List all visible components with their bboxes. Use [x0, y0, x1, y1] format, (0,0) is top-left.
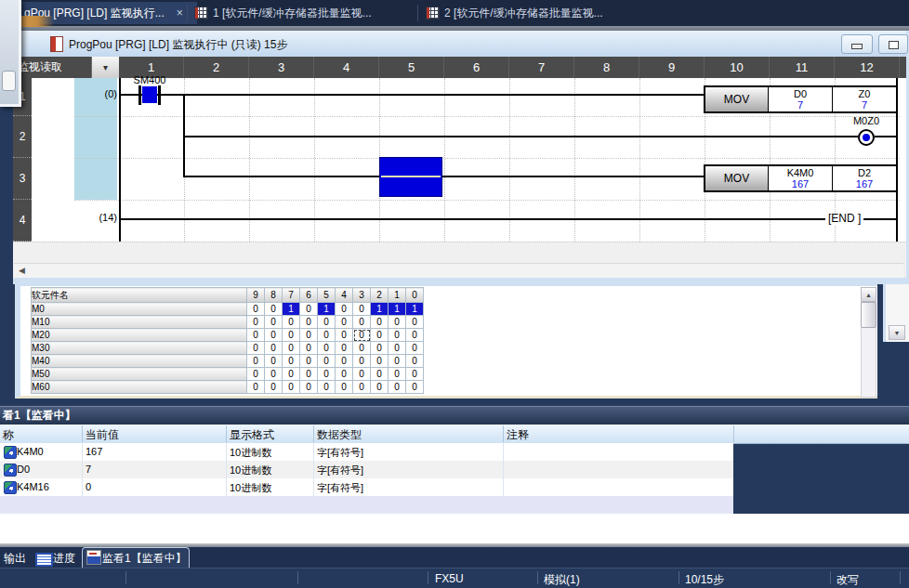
bit-value-cell[interactable]: 0 — [283, 316, 300, 329]
bit-value-cell[interactable]: 0 — [353, 316, 371, 329]
bit-value-cell[interactable]: 0 — [247, 355, 265, 368]
watch-row-empty[interactable] — [0, 496, 733, 514]
bit-value-cell[interactable]: 0 — [406, 342, 424, 355]
bit-value-cell[interactable]: 0 — [336, 381, 353, 394]
watch-col-value[interactable]: 当前值 — [86, 427, 119, 443]
tab-device-monitor-2[interactable]: 2 [软元件/缓冲存储器批量监视... — [420, 2, 654, 24]
bit-value-cell[interactable]: 0 — [247, 303, 265, 316]
bit-value-cell[interactable]: 0 — [406, 316, 424, 329]
tab-watch1-label[interactable]: 监看1【监看中】 — [102, 551, 187, 567]
bit-value-cell[interactable]: 0 — [406, 368, 424, 381]
bit-value-cell[interactable]: 0 — [283, 342, 300, 355]
bit-value-cell[interactable]: 0 — [353, 381, 371, 394]
bit-value-cell[interactable]: 0 — [336, 303, 353, 316]
close-icon[interactable]: × — [177, 7, 183, 20]
tab-output[interactable]: 输出 — [4, 551, 26, 567]
bit-value-cell[interactable]: 0 — [336, 368, 353, 381]
column-dropdown-cell[interactable]: ▾ — [92, 57, 119, 78]
column-divider[interactable] — [313, 425, 314, 442]
ladder-row-header[interactable]: 4 — [13, 200, 32, 242]
bit-value-cell[interactable]: 0 — [389, 342, 406, 355]
watch-col-name[interactable]: 称 — [3, 427, 14, 443]
bit-value-cell[interactable]: 0 — [283, 381, 300, 394]
bit-value-cell[interactable]: 0 — [300, 303, 318, 316]
watch-row[interactable]: K4M0 167 10进制数 字[有符号] — [0, 443, 733, 461]
ladder-column-header[interactable]: 3 — [249, 57, 314, 78]
watch-col-type[interactable]: 数据类型 — [317, 427, 362, 443]
ladder-column-header[interactable]: 6 — [444, 57, 509, 78]
ladder-row-header[interactable]: 3 — [13, 158, 32, 200]
bit-value-cell[interactable]: 0 — [371, 381, 389, 394]
ladder-column-header[interactable]: 5 — [379, 57, 444, 78]
bit-value-cell[interactable]: 0 — [247, 316, 265, 329]
bit-value-cell[interactable]: 0 — [371, 316, 389, 329]
device-name-cell[interactable]: M0 — [32, 303, 247, 316]
watch-row[interactable]: K4M16 0 10进制数 字[有符号] — [0, 478, 733, 496]
bit-value-cell[interactable]: 1 — [371, 303, 389, 316]
bit-value-cell[interactable]: 0 — [300, 329, 318, 342]
bit-value-cell[interactable]: 0 — [336, 342, 353, 355]
watch-row[interactable]: D0 7 10进制数 字[有符号] — [0, 461, 733, 478]
bit-value-cell[interactable]: 0 — [318, 368, 336, 381]
bit-value-cell[interactable]: 0 — [406, 329, 424, 342]
bit-value-cell[interactable]: 0 — [353, 303, 371, 316]
bit-value-cell[interactable]: 0 — [247, 368, 265, 381]
device-name-cell[interactable]: M10 — [32, 316, 247, 329]
bit-value-cell[interactable]: 0 — [318, 316, 336, 329]
restore-button[interactable] — [878, 34, 908, 54]
bit-value-cell[interactable]: 0 — [336, 355, 353, 368]
bit-value-cell[interactable]: 1 — [283, 303, 300, 316]
bit-value-cell[interactable]: 0 — [265, 342, 283, 355]
watch-col-format[interactable]: 显示格式 — [230, 427, 274, 443]
floating-window-fragment[interactable] — [0, 0, 21, 107]
bit-value-cell[interactable]: 0 — [265, 303, 283, 316]
end-instruction[interactable]: [END ] — [825, 212, 863, 225]
bit-value-cell[interactable]: 0 — [389, 316, 406, 329]
scroll-up-button[interactable]: ▲ — [861, 287, 876, 302]
device-name-cell[interactable]: M50 — [32, 368, 247, 381]
ladder-column-header[interactable]: 11 — [770, 57, 835, 78]
bit-value-cell[interactable]: 0 — [389, 355, 406, 368]
bit-value-cell[interactable]: 0 — [247, 329, 265, 342]
bit-value-cell[interactable]: 0 — [406, 355, 424, 368]
bit-value-cell[interactable]: 0 — [389, 329, 406, 342]
device-name-cell[interactable]: M40 — [32, 355, 247, 368]
bit-value-cell[interactable]: 0 — [265, 368, 283, 381]
mov-instruction-2[interactable]: MOV K4M0167 D2167 — [704, 164, 898, 192]
bit-value-cell[interactable]: 0 — [300, 381, 318, 394]
bit-value-cell[interactable]: 0 — [265, 316, 283, 329]
tab-device-monitor-1[interactable]: 1 [软元件/缓冲存储器批量监视... — [189, 2, 425, 24]
bit-value-cell[interactable]: 0 — [265, 329, 283, 342]
bit-value-cell[interactable]: 0 — [300, 368, 318, 381]
bit-value-cell[interactable]: 0 — [336, 329, 353, 342]
device-name-cell[interactable]: M60 — [32, 381, 247, 394]
column-divider[interactable] — [503, 425, 504, 442]
ladder-row-header[interactable]: 2 — [13, 116, 32, 158]
ladder-column-header[interactable]: 10 — [705, 57, 770, 78]
bit-value-cell[interactable]: 0 — [247, 381, 265, 394]
column-divider[interactable] — [82, 425, 83, 442]
watch-col-comment[interactable]: 注释 — [507, 427, 529, 443]
bit-value-cell[interactable]: 0 — [265, 381, 283, 394]
ladder-column-header[interactable]: 2 — [184, 57, 249, 78]
watch-window-titlebar[interactable]: 看1【监看中】 — [0, 406, 909, 425]
bit-value-cell[interactable]: 0 — [318, 355, 336, 368]
contact-bar-right[interactable] — [158, 85, 161, 105]
ladder-column-header[interactable]: 9 — [639, 57, 705, 78]
scrollbar-thumb[interactable] — [861, 302, 876, 328]
bit-value-cell[interactable]: 1 — [389, 303, 406, 316]
ladder-column-header[interactable]: 7 — [509, 57, 574, 78]
ladder-column-header[interactable]: 8 — [574, 57, 639, 78]
bit-value-cell[interactable]: 0 — [318, 329, 336, 342]
column-divider[interactable] — [226, 425, 227, 442]
device-name-cell[interactable]: M30 — [32, 342, 247, 355]
bit-value-cell[interactable]: 0 — [353, 342, 371, 355]
tab-progress[interactable]: 进度 — [53, 551, 75, 567]
bit-value-cell[interactable]: 0 — [283, 329, 300, 342]
bit-value-cell[interactable]: 0 — [389, 368, 406, 381]
bit-value-cell[interactable]: 1 — [318, 303, 336, 316]
bit-value-cell[interactable]: 0 — [353, 368, 371, 381]
bit-value-cell[interactable]: 0 — [371, 355, 389, 368]
bit-value-cell[interactable]: 0 — [336, 316, 353, 329]
bit-value-cell[interactable]: 0 — [371, 368, 389, 381]
